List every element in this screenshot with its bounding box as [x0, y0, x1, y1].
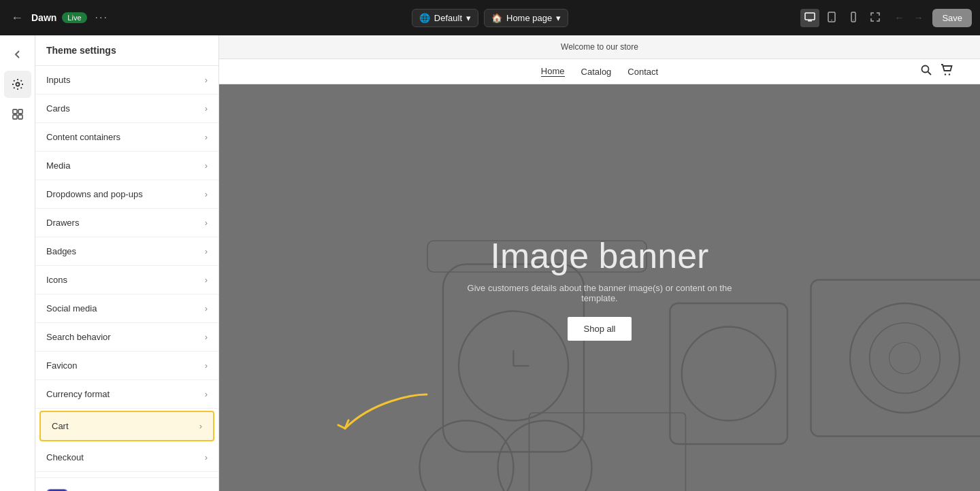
svg-point-6: [16, 83, 19, 86]
svg-point-3: [832, 19, 833, 20]
checkout-item[interactable]: Checkout ›: [35, 443, 218, 472]
store-navigation: Home Catalog Contact: [219, 59, 980, 84]
cart-label: Cart: [52, 421, 69, 431]
dropdowns-label: Dropdowns and pop-ups: [46, 189, 143, 199]
svg-point-14: [949, 73, 950, 75]
currency-format-label: Currency format: [46, 389, 110, 399]
drawers-chevron: ›: [205, 218, 208, 228]
banner-content: Image banner Give customers details abou…: [463, 235, 736, 341]
social-media-item[interactable]: Social media ›: [35, 294, 218, 323]
theme-selector[interactable]: 🌐 Default ▾: [412, 9, 478, 27]
theme-label: Default: [434, 13, 462, 23]
topbar: ← Dawn Live ··· 🌐 Default ▾ 🏠 Home page …: [0, 0, 980, 35]
svg-line-12: [928, 72, 932, 75]
theme-chevron: ▾: [466, 13, 471, 23]
store-announcement-bar: Welcome to our store: [219, 35, 980, 59]
store-nav-contact[interactable]: Contact: [627, 67, 658, 77]
media-item[interactable]: Media ›: [35, 152, 218, 180]
svg-rect-0: [805, 13, 815, 20]
content-containers-label: Content containers: [46, 132, 120, 142]
icons-chevron: ›: [205, 275, 208, 285]
page-chevron: ▾: [556, 13, 561, 23]
content-containers-item[interactable]: Content containers ›: [35, 123, 218, 152]
desktop-view-button[interactable]: [800, 9, 819, 27]
settings-panel: Theme settings Inputs › Cards › Content …: [35, 35, 219, 491]
app-name: Dawn: [31, 12, 56, 23]
badges-label: Badges: [46, 246, 76, 256]
store-nav-catalog[interactable]: Catalog: [581, 67, 612, 77]
save-button[interactable]: Save: [932, 9, 972, 27]
topbar-left: ← Dawn Live ···: [8, 8, 326, 28]
banner-subtitle: Give customers details about the banner …: [463, 283, 736, 303]
drawers-item[interactable]: Drawers ›: [35, 209, 218, 237]
more-options-button[interactable]: ···: [93, 9, 111, 27]
badges-item[interactable]: Badges ›: [35, 237, 218, 266]
nav-arrows: ← →: [890, 10, 927, 26]
social-media-chevron: ›: [205, 303, 208, 314]
cart-icon[interactable]: [941, 64, 953, 79]
icon-sidebar: [0, 35, 35, 491]
cart-chevron: ›: [199, 421, 202, 431]
back-button[interactable]: ←: [8, 8, 26, 28]
store-banner: Image banner Give customers details abou…: [219, 84, 980, 491]
sidebar-settings-button[interactable]: [4, 71, 31, 98]
icons-label: Icons: [46, 275, 67, 285]
svg-point-11: [922, 66, 929, 73]
media-chevron: ›: [205, 160, 208, 171]
announcement-text: Welcome to our store: [561, 42, 638, 52]
page-selector[interactable]: 🏠 Home page ▾: [484, 9, 568, 27]
panel-title: Theme settings: [35, 35, 218, 66]
undo-button[interactable]: ←: [890, 10, 908, 26]
cart-item[interactable]: Cart ›: [39, 411, 214, 441]
currency-format-chevron: ›: [205, 389, 208, 399]
checkout-label: Checkout: [46, 452, 84, 462]
checkout-chevron: ›: [205, 452, 208, 462]
shop-all-button[interactable]: Shop all: [568, 317, 632, 341]
inputs-item[interactable]: Inputs ›: [35, 66, 218, 95]
home-icon: 🏠: [491, 13, 502, 23]
sidebar-sections-button[interactable]: [4, 101, 31, 128]
drawers-label: Drawers: [46, 218, 79, 228]
inputs-chevron: ›: [205, 75, 208, 85]
media-label: Media: [46, 160, 70, 171]
sidebar-back-button[interactable]: [4, 41, 31, 68]
svg-rect-1: [808, 20, 812, 22]
tablet-view-button[interactable]: [822, 9, 841, 27]
search-behavior-item[interactable]: Search behavior ›: [35, 323, 218, 352]
fullscreen-button[interactable]: [866, 9, 885, 27]
globe-icon: 🌐: [419, 13, 430, 23]
store-preview: Welcome to our store Home Catalog Contac…: [219, 35, 980, 491]
badges-chevron: ›: [205, 246, 208, 256]
dropdowns-item[interactable]: Dropdowns and pop-ups ›: [35, 180, 218, 209]
icons-item[interactable]: Icons ›: [35, 266, 218, 294]
svg-rect-7: [13, 109, 17, 114]
cards-item[interactable]: Cards ›: [35, 95, 218, 123]
social-media-label: Social media: [46, 303, 97, 314]
favicon-item[interactable]: Favicon ›: [35, 352, 218, 380]
favicon-label: Favicon: [46, 360, 78, 371]
redo-button[interactable]: →: [909, 10, 927, 26]
cards-chevron: ›: [205, 103, 208, 114]
search-behavior-chevron: ›: [205, 332, 208, 342]
page-label: Home page: [506, 13, 552, 23]
topbar-right: ← → Save: [654, 9, 972, 27]
currency-format-item[interactable]: Currency format ›: [35, 380, 218, 409]
dropdowns-chevron: ›: [205, 189, 208, 199]
store-nav-home[interactable]: Home: [541, 66, 565, 77]
banner-title: Image banner: [463, 235, 736, 276]
search-icon[interactable]: [920, 64, 932, 79]
live-badge: Live: [62, 12, 86, 23]
search-behavior-label: Search behavior: [46, 332, 111, 342]
preview-area: Welcome to our store Home Catalog Contac…: [219, 35, 980, 491]
cards-label: Cards: [46, 103, 70, 114]
main-layout: Theme settings Inputs › Cards › Content …: [0, 35, 980, 491]
content-containers-chevron: ›: [205, 132, 208, 142]
inputs-label: Inputs: [46, 75, 70, 85]
svg-rect-10: [18, 115, 22, 119]
mobile-view-button[interactable]: [844, 9, 863, 27]
favicon-chevron: ›: [205, 360, 208, 371]
svg-rect-8: [18, 109, 22, 114]
device-icons: [800, 9, 885, 27]
topbar-center: 🌐 Default ▾ 🏠 Home page ▾: [331, 9, 649, 27]
store-nav-icons: [920, 64, 953, 79]
